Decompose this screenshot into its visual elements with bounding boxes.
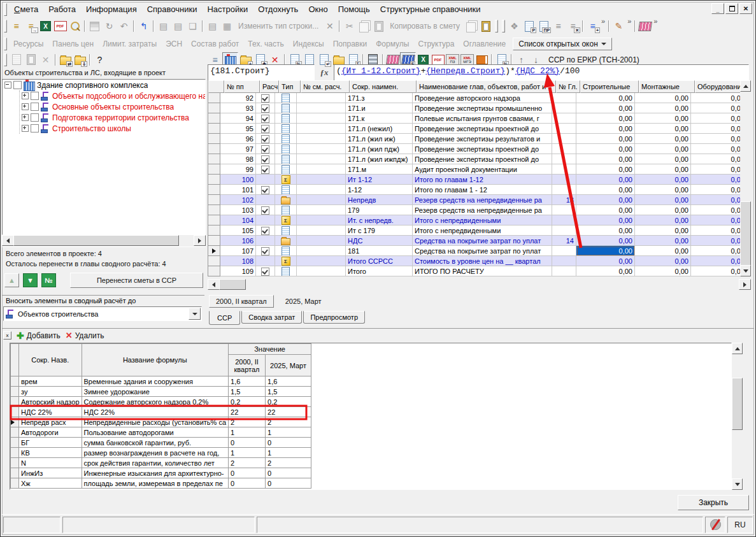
formula-cell[interactable]: 0: [229, 468, 266, 478]
grid-cell[interactable]: Итого с непредвиденными: [413, 226, 552, 236]
formula-cell[interactable]: 1,6: [229, 376, 266, 387]
grid-cell[interactable]: 171.и: [346, 103, 413, 113]
grid-cell[interactable]: [552, 256, 576, 266]
panel-button-формулы[interactable]: Формулы: [371, 38, 413, 50]
grid-cell[interactable]: [275, 154, 297, 164]
grid-cell[interactable]: [208, 103, 220, 113]
formula-cell[interactable]: 0: [266, 478, 311, 489]
grid-cell[interactable]: 0,00: [691, 215, 740, 226]
grid-cell[interactable]: 0,00: [576, 175, 635, 185]
grid-cell[interactable]: [552, 144, 576, 154]
panel-button-панель-цен[interactable]: Панель цен: [48, 38, 98, 50]
grid-cell[interactable]: Проведение экспертизы проектной до: [413, 154, 552, 164]
expand-icon[interactable]: [22, 103, 29, 110]
grid-cell[interactable]: [275, 205, 297, 215]
row-source-icon[interactable]: ▤: [156, 19, 171, 33]
grid-cell[interactable]: [208, 93, 220, 103]
grid-cell[interactable]: 0,00: [691, 226, 740, 236]
grid-cell[interactable]: Итого по главам 1-12: [413, 175, 552, 185]
panel-button-ресурсы[interactable]: Ресурсы: [9, 38, 48, 50]
export-pdf-icon[interactable]: PDF: [53, 19, 68, 33]
grid-cell[interactable]: 0,00: [635, 236, 691, 246]
row-checkbox[interactable]: [261, 104, 269, 113]
insert-lines-icon[interactable]: ≡+: [585, 19, 600, 33]
grid-cell[interactable]: Полевые испытания грунтов сваями, г: [413, 113, 552, 124]
paste-rows-icon[interactable]: [24, 53, 38, 67]
grid-cell[interactable]: [208, 185, 220, 195]
grid-cell[interactable]: 105: [220, 226, 256, 236]
grid-cell[interactable]: [552, 205, 576, 215]
formula-cell[interactable]: N: [19, 458, 82, 468]
grid-cell[interactable]: [297, 113, 346, 124]
grid-cell[interactable]: [552, 154, 576, 164]
delete-icon[interactable]: ✕: [38, 53, 53, 67]
row-checkbox[interactable]: [261, 227, 269, 235]
grid-cell[interactable]: 171.л (жил пдж): [346, 144, 413, 154]
grid-cell[interactable]: Ит. с непредв.: [346, 215, 413, 226]
row-checkbox[interactable]: [261, 125, 269, 133]
grid-cell[interactable]: 0,00: [691, 236, 740, 246]
grid-cell[interactable]: 107: [220, 246, 256, 256]
grid-cell[interactable]: [297, 154, 346, 164]
paste-icon[interactable]: [371, 19, 386, 33]
grid-cell[interactable]: 103: [220, 205, 256, 215]
grid-cell[interactable]: Ит с 179: [346, 226, 413, 236]
grid-cell[interactable]: [297, 103, 346, 113]
grid-header-1[interactable]: № пп: [224, 80, 260, 93]
export-folder-icon[interactable]: ⇩: [73, 53, 87, 67]
panel-button-оглавление[interactable]: Оглавление: [459, 38, 510, 50]
insert-target-dropdown[interactable]: Объектов строительства: [3, 306, 202, 321]
row-selector[interactable]: [11, 417, 19, 427]
tree-hscrollbar[interactable]: [2, 235, 206, 246]
grid-cell[interactable]: 0,00: [691, 175, 740, 185]
grid-cell[interactable]: [208, 175, 220, 185]
grid-cell[interactable]: [297, 195, 346, 205]
grid-cell[interactable]: 0,00: [635, 93, 691, 103]
row-checkbox[interactable]: [261, 94, 269, 103]
row-selector[interactable]: [11, 438, 19, 448]
grid-cell[interactable]: [552, 164, 576, 175]
row-selector[interactable]: [11, 448, 19, 458]
panel-button-эсн[interactable]: ЭСН: [161, 38, 187, 50]
formula-cell[interactable]: размер вознаграждения в расчете на год,: [82, 448, 229, 458]
grid-cell[interactable]: 13: [552, 195, 576, 205]
menu-информация[interactable]: Информация: [81, 3, 142, 15]
formula-cell[interactable]: 1,5: [266, 387, 311, 397]
grid-cell[interactable]: 0,00: [635, 195, 691, 205]
delete-rows-icon[interactable]: ≡✕: [566, 19, 580, 33]
formula-cell[interactable]: Непредв расх: [19, 417, 82, 427]
grid-cell[interactable]: [297, 236, 346, 246]
grid-cell[interactable]: [297, 93, 346, 103]
grid-cell[interactable]: 0,00: [691, 134, 740, 144]
change-row-type-combo[interactable]: Изменить тип строки...: [234, 22, 322, 31]
move-down-button[interactable]: ▼: [23, 273, 38, 287]
toolbar-overflow-icon[interactable]: »: [626, 17, 632, 25]
grid-cell[interactable]: 0,00: [691, 205, 740, 215]
comment-icon[interactable]: ❏: [185, 19, 200, 33]
grid-cell[interactable]: [256, 266, 275, 276]
grid-cell[interactable]: 0,00: [691, 246, 740, 256]
estimate-tree-add-icon[interactable]: ≡→: [24, 19, 38, 33]
grid-cell[interactable]: 109: [220, 266, 256, 276]
toolbar-overflow-icon[interactable]: »: [652, 17, 659, 25]
move-up-button[interactable]: ▲: [4, 273, 19, 287]
formula-cell[interactable]: 1: [229, 427, 266, 438]
grid-cell[interactable]: [256, 226, 275, 236]
period-tab-active[interactable]: 2000, II квартал: [209, 295, 274, 308]
panel-button-состав-работ[interactable]: Состав работ: [187, 38, 243, 50]
grid-cell[interactable]: Итого: [346, 266, 413, 276]
grid-cell[interactable]: [275, 266, 297, 276]
transfer-to-ssr-button[interactable]: Перенести сметы в ССР: [70, 273, 203, 288]
formula-cell[interactable]: Временные здания и сооружения: [82, 376, 229, 387]
grid-cell[interactable]: [256, 113, 275, 124]
grid-cell[interactable]: Резерв средств на непредвиденные ра: [413, 205, 552, 215]
grid-cell[interactable]: Σ: [275, 256, 297, 266]
grid-cell[interactable]: 97: [220, 144, 256, 154]
grid-header-0[interactable]: [208, 80, 224, 93]
grid-cell[interactable]: 171.з: [346, 93, 413, 103]
menu-работа[interactable]: Работа: [43, 3, 81, 15]
add-formula-button[interactable]: ✚Добавить: [17, 331, 61, 341]
numbering-button[interactable]: №: [41, 273, 56, 287]
formula-input[interactable]: ({Ит 1-12.Строит}+{Непредв.Строит})*{НДС…: [334, 64, 749, 81]
grid-header-4[interactable]: № см. расч.: [301, 80, 350, 93]
